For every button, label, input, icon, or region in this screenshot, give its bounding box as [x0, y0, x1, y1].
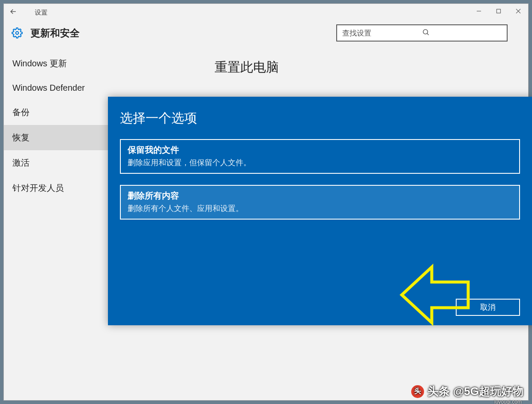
search-input[interactable]: 查找设置	[336, 24, 508, 42]
minimize-button[interactable]	[469, 4, 489, 18]
watermark-url: luyouqi.com	[494, 399, 522, 404]
svg-point-5	[423, 30, 428, 34]
watermark: 头 头条 @5G超玩好物	[411, 384, 523, 399]
option-desc: 删除应用和设置，但保留个人文件。	[128, 157, 512, 168]
sidebar-item-windows-defender[interactable]: Windows Defender	[4, 76, 201, 100]
section-title: 更新和安全	[30, 27, 80, 40]
option-title: 删除所有内容	[128, 190, 512, 202]
search-icon	[422, 28, 502, 38]
cancel-button[interactable]: 取消	[456, 299, 520, 316]
svg-line-6	[427, 33, 429, 35]
option-desc: 删除所有个人文件、应用和设置。	[128, 203, 512, 214]
close-button[interactable]	[508, 4, 528, 18]
svg-rect-1	[497, 9, 501, 13]
sidebar-item-label: 针对开发人员	[12, 183, 64, 193]
gear-icon	[12, 27, 23, 39]
sidebar-item-label: 备份	[12, 107, 30, 117]
page-heading: 重置此电脑	[215, 59, 514, 76]
cancel-label: 取消	[480, 302, 496, 312]
app-name: 设置	[35, 9, 48, 17]
window-controls	[469, 4, 528, 18]
back-button[interactable]	[9, 7, 24, 18]
sidebar-item-label: 激活	[12, 158, 30, 167]
search-placeholder: 查找设置	[342, 28, 422, 38]
watermark-prefix: 头条	[427, 384, 450, 399]
watermark-handle: @5G超玩好物	[453, 384, 523, 399]
sidebar-item-label: Windows 更新	[12, 59, 67, 68]
option-title: 保留我的文件	[128, 144, 512, 156]
maximize-button[interactable]	[489, 4, 508, 18]
titlebar: 设置	[4, 4, 528, 21]
sidebar-item-windows-update[interactable]: Windows 更新	[4, 51, 201, 76]
sidebar-item-label: 恢复	[12, 133, 30, 142]
annotation-arrow-icon	[398, 263, 470, 327]
header-row: 更新和安全 查找设置	[4, 21, 528, 49]
reset-dialog: 选择一个选项 保留我的文件 删除应用和设置，但保留个人文件。 删除所有内容 删除…	[108, 97, 532, 325]
option-remove-everything[interactable]: 删除所有内容 删除所有个人文件、应用和设置。	[120, 185, 520, 220]
option-keep-files[interactable]: 保留我的文件 删除应用和设置，但保留个人文件。	[120, 139, 520, 174]
sidebar-item-label: Windows Defender	[12, 83, 85, 92]
watermark-logo-icon: 头	[411, 385, 424, 398]
dialog-title: 选择一个选项	[120, 110, 520, 127]
svg-point-4	[16, 32, 19, 35]
